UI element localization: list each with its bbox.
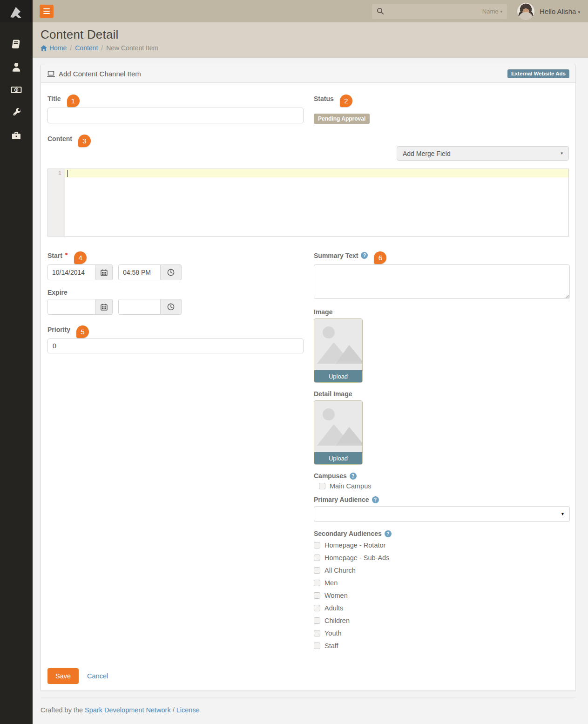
status-badge: Pending Approval [314,114,370,124]
title-input[interactable] [47,108,304,123]
main-layout: 1 Content Detail Home / Content / New Co… [0,22,588,724]
briefcase-icon[interactable] [10,129,22,142]
page-body: Add Content Channel Item External Websit… [33,58,588,697]
save-button[interactable]: Save [47,668,79,684]
secondary-audience-option[interactable]: Children [314,617,570,624]
checkbox-label: All Church [324,567,356,574]
breadcrumb-separator: / [70,44,72,52]
editor-line-gutter: 1 [48,169,65,236]
expire-date-group [47,299,113,315]
secondary-audience-option[interactable]: Staff [314,642,570,650]
checkbox[interactable] [314,643,320,649]
add-merge-field-dropdown[interactable]: Add Merge Field ▾ [397,146,569,161]
top-navbar: Name▾ Hello Alisha▾ [0,0,588,22]
spark-network-link[interactable]: Spark Development Network [85,706,171,714]
primary-audience-select[interactable]: ▼ [314,506,570,522]
checkbox-label: Men [324,579,338,587]
search-box[interactable]: Name▾ [372,4,507,19]
page-footer: Crafted by the Spark Development Network… [41,697,576,724]
wrench-icon[interactable] [10,107,22,119]
primary-audience-label: Primary Audience ? [314,496,570,503]
detail-image-label: Detail Image [314,390,570,398]
checkbox[interactable] [314,580,320,586]
footer-text: Crafted by the [41,706,83,714]
checkbox[interactable] [314,567,320,574]
user-avatar[interactable] [517,3,534,20]
question-icon[interactable]: ? [350,473,357,480]
money-icon[interactable]: 1 [10,84,22,96]
footer-separator: / [173,706,175,714]
secondary-audience-option[interactable]: Adults [314,604,570,612]
start-time-picker-button[interactable] [161,264,182,280]
content-label: Content 3 [47,132,569,145]
image-placeholder-icon [314,319,362,370]
secondary-audience-option[interactable]: Women [314,592,570,599]
person-icon[interactable] [10,61,22,73]
clock-icon [167,303,175,311]
checkbox-label: Main Campus [330,482,371,490]
cancel-link[interactable]: Cancel [87,672,108,680]
callout-marker-3: 3 [78,135,91,147]
checkbox[interactable] [314,592,320,599]
detail-image-upload-button[interactable]: Upload [314,452,362,464]
breadcrumb-content-link[interactable]: Content [75,44,98,52]
search-input[interactable] [384,7,482,15]
start-time-input[interactable] [118,264,161,280]
home-icon [41,45,47,51]
menu-icon[interactable] [40,5,54,18]
expire-time-picker-button[interactable] [161,299,182,315]
start-date-picker-button[interactable] [96,264,113,280]
laptop-icon [47,71,55,77]
calendar-icon [101,269,108,276]
checkbox-label: Homepage - Sub-Ads [324,554,389,562]
license-link[interactable]: License [176,706,200,714]
secondary-audience-option[interactable]: Homepage - Rotator [314,541,570,549]
status-label: Status 2 [314,92,570,105]
checkbox[interactable] [319,483,325,489]
user-menu[interactable]: Hello Alisha▾ [540,7,580,15]
image-upload-button[interactable]: Upload [314,370,362,382]
secondary-audience-option[interactable]: Youth [314,629,570,637]
question-icon[interactable]: ? [385,530,392,537]
callout-marker-5: 5 [76,325,89,338]
callout-marker-1: 1 [67,95,80,107]
search-type-dropdown[interactable]: Name▾ [482,8,502,15]
channel-name-badge: External Website Ads [507,69,569,79]
expire-date-input[interactable] [47,299,96,315]
image-uploader[interactable]: Upload [314,318,363,383]
priority-label: Priority 5 [47,323,304,336]
search-type-label: Name [482,8,499,15]
campus-option-main-campus[interactable]: Main Campus [319,482,570,490]
callout-marker-2: 2 [340,95,352,107]
secondary-audience-option[interactable]: Homepage - Sub-Ads [314,554,570,562]
start-date-input[interactable] [47,264,96,280]
editor-active-line [65,169,568,177]
summary-text-input[interactable] [314,264,570,299]
checkbox[interactable] [314,605,320,611]
question-icon[interactable]: ? [361,252,368,259]
checkbox[interactable] [314,542,320,548]
secondary-audience-option[interactable]: Men [314,579,570,587]
content-column: Content Detail Home / Content / New Cont… [33,22,588,724]
checkbox[interactable] [314,555,320,561]
checkbox-label: Staff [324,642,338,650]
priority-input[interactable] [47,338,304,353]
editor-cursor [67,170,68,177]
detail-image-uploader[interactable]: Upload [314,400,363,465]
book-icon[interactable] [10,38,22,50]
secondary-audience-option[interactable]: All Church [314,567,570,574]
title-label: Title 1 [47,92,304,105]
checkbox-label: Children [324,617,350,624]
campuses-label: Campuses ? [314,472,570,480]
checkbox[interactable] [314,630,320,636]
start-label: Start● 4 [47,249,304,262]
expire-date-picker-button[interactable] [96,299,113,315]
content-code-editor[interactable]: 1 [47,169,569,237]
question-icon[interactable]: ? [372,496,379,503]
breadcrumb-separator: / [101,44,103,52]
rock-logo[interactable] [0,0,33,22]
breadcrumb-home-link[interactable]: Home [41,44,67,52]
editor-code-area[interactable] [65,169,568,236]
checkbox[interactable] [314,617,320,624]
expire-time-input[interactable] [118,299,161,315]
